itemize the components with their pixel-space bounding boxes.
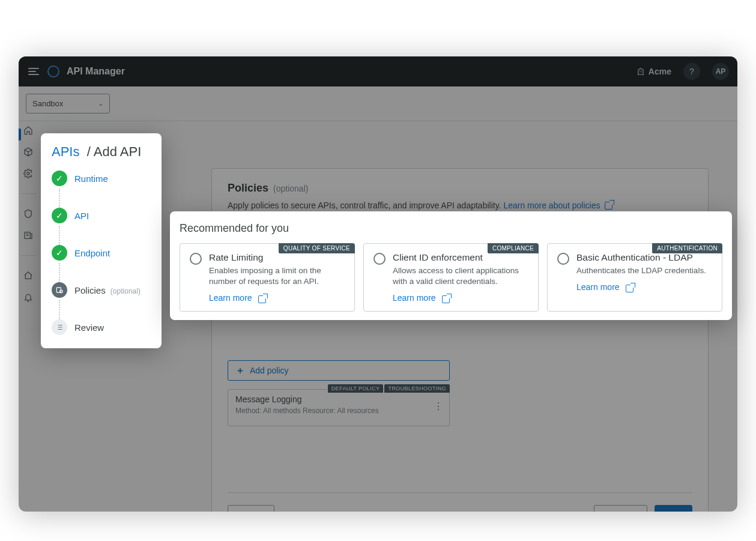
check-icon: ✓ (52, 208, 67, 223)
breadcrumb-current: Add API (94, 144, 142, 159)
wizard-step-review[interactable]: Review (52, 319, 151, 335)
check-icon: ✓ (52, 171, 67, 186)
step-connector (59, 189, 60, 208)
list-icon (52, 319, 67, 335)
card-badge: COMPLIANCE (488, 243, 539, 253)
radio-icon[interactable] (557, 253, 569, 265)
external-link-icon (258, 295, 266, 303)
wizard-step-runtime[interactable]: ✓ Runtime (52, 171, 151, 186)
wizard-step-endpoint[interactable]: ✓ Endpoint (52, 245, 151, 261)
card-desc: Authenticates the LDAP credentials. (576, 265, 706, 276)
svg-point-3 (60, 290, 63, 293)
recommended-popover: Recommended for you QUALITY OF SERVICE R… (170, 211, 732, 320)
policy-icon (52, 282, 67, 298)
wizard-steps-popover: APIs / Add API ✓ Runtime ✓ API ✓ Endpoin… (41, 133, 162, 348)
wizard-step-api[interactable]: ✓ API (52, 208, 151, 223)
external-link-icon (442, 295, 450, 303)
breadcrumb-root[interactable]: APIs (52, 144, 79, 159)
radio-icon[interactable] (373, 253, 386, 265)
card-learn-more[interactable]: Learn more (393, 293, 528, 303)
step-connector (59, 226, 60, 245)
card-name: Client ID enforcement (393, 252, 528, 263)
external-link-icon (626, 285, 634, 292)
step-connector (59, 300, 60, 319)
radio-icon[interactable] (190, 253, 202, 265)
card-desc: Allows access to client applications wit… (393, 265, 528, 287)
card-name: Basic Authentication - LDAP (576, 252, 706, 263)
card-name: Rate Limiting (209, 252, 345, 263)
check-icon: ✓ (52, 245, 67, 261)
card-learn-more[interactable]: Learn more (576, 282, 706, 292)
recommended-title: Recommended for you (180, 222, 722, 235)
recommended-card-basic-auth-ldap[interactable]: AUTHENTIFICATION Basic Authentication - … (547, 243, 722, 312)
wizard-step-policies[interactable]: Policies (optional) (52, 282, 151, 298)
breadcrumb: APIs / Add API (52, 144, 151, 160)
card-badge: AUTHENTIFICATION (652, 243, 722, 253)
step-connector (59, 263, 60, 282)
recommended-card-rate-limiting[interactable]: QUALITY OF SERVICE Rate Limiting Enables… (180, 243, 355, 312)
recommended-card-client-id[interactable]: COMPLIANCE Client ID enforcement Allows … (363, 243, 539, 312)
card-desc: Enables imposing a limit on the number o… (209, 265, 345, 287)
card-learn-more[interactable]: Learn more (209, 293, 345, 303)
card-badge: QUALITY OF SERVICE (279, 243, 355, 253)
